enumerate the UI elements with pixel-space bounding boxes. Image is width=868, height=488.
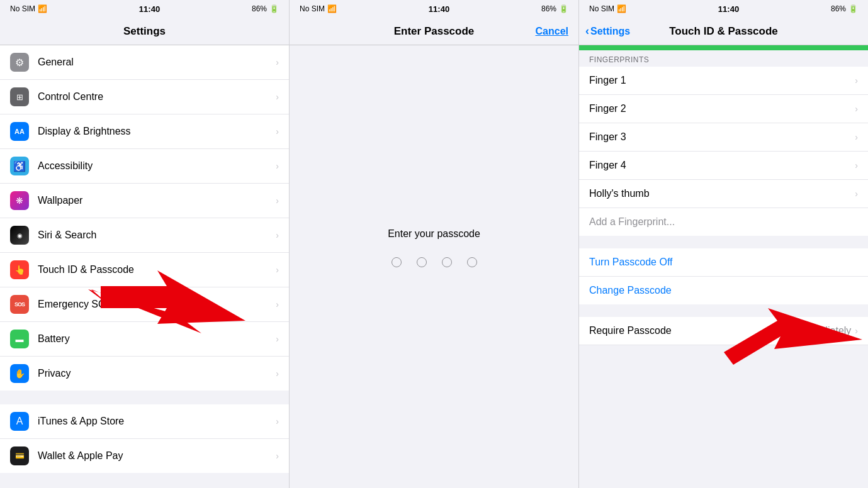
dot-3 xyxy=(442,257,452,267)
touchid-nav-bar: ‹ Settings Touch ID & Passcode xyxy=(579,18,868,45)
settings-main-section: ⚙ General › ⊞ Control Centre › AA Displa… xyxy=(0,45,289,391)
passcode-panel: No SIM 📶 11:40 86% 🔋 Enter Passcode Canc… xyxy=(290,0,579,488)
touch-id-icon: 👆 xyxy=(10,260,29,279)
wallet-label: Wallet & Apple Pay xyxy=(38,450,276,462)
add-fingerprint-label: Add a Fingerprint... xyxy=(589,216,858,228)
settings-title: Settings xyxy=(123,25,166,38)
control-centre-icon: ⊞ xyxy=(10,87,29,106)
row-change-passcode[interactable]: Change Passcode xyxy=(579,277,868,304)
display-label: Display & Brightness xyxy=(38,126,276,137)
time-3: 11:40 xyxy=(718,4,739,14)
accessibility-icon: ♿ xyxy=(10,157,29,175)
general-label: General xyxy=(38,57,276,68)
battery-chevron: › xyxy=(276,334,279,344)
battery-label: Battery xyxy=(38,333,276,345)
row-emergency-sos[interactable]: SOS Emergency SOS › xyxy=(0,287,289,322)
passcode-body: Enter your passcode xyxy=(290,45,578,488)
battery-icon-1: 🔋 xyxy=(269,4,279,13)
cancel-button[interactable]: Cancel xyxy=(536,26,568,37)
carrier-3: No SIM xyxy=(589,4,614,13)
row-privacy[interactable]: ✋ Privacy › xyxy=(0,357,289,391)
status-right-3: 86% 🔋 xyxy=(831,4,858,13)
fingerprints-group: Finger 1 › Finger 2 › Finger 3 › Finger … xyxy=(579,67,868,236)
wifi-icon-1: 📶 xyxy=(38,4,47,13)
require-passcode-chevron: › xyxy=(855,326,858,336)
dot-1 xyxy=(392,257,402,267)
carrier-2: No SIM xyxy=(300,4,325,13)
finger4-chevron: › xyxy=(855,160,858,170)
passcode-nav-bar: Enter Passcode Cancel xyxy=(290,18,578,45)
row-accessibility[interactable]: ♿ Accessibility › xyxy=(0,149,289,184)
fingerprints-header: FINGERPRINTS xyxy=(579,50,868,67)
status-bar-2: No SIM 📶 11:40 86% 🔋 xyxy=(290,0,578,18)
row-itunes[interactable]: A iTunes & App Store › xyxy=(0,404,289,439)
wifi-icon-2: 📶 xyxy=(327,4,337,13)
passcode-title: Enter Passcode xyxy=(394,25,475,38)
row-touch-id[interactable]: 👆 Touch ID & Passcode › xyxy=(0,253,289,287)
row-finger2[interactable]: Finger 2 › xyxy=(579,95,868,123)
hollys-thumb-label: Holly's thumb xyxy=(589,188,855,199)
turn-passcode-off-label: Turn Passcode Off xyxy=(589,257,858,268)
settings-nav-bar: Settings xyxy=(0,18,289,45)
carrier-1: No SIM xyxy=(10,4,35,13)
status-right-1: 86% 🔋 xyxy=(252,4,279,13)
row-finger1[interactable]: Finger 1 › xyxy=(579,67,868,95)
wallpaper-icon: ❋ xyxy=(10,191,29,210)
back-button[interactable]: ‹ Settings xyxy=(585,25,630,38)
battery-icon-2: 🔋 xyxy=(559,4,568,13)
row-wallpaper[interactable]: ❋ Wallpaper › xyxy=(0,184,289,218)
row-siri-search[interactable]: ◉ Siri & Search › xyxy=(0,218,289,253)
itunes-chevron: › xyxy=(276,416,279,426)
time-2: 11:40 xyxy=(429,4,449,14)
privacy-chevron: › xyxy=(276,369,279,379)
touch-id-label: Touch ID & Passcode xyxy=(38,264,276,275)
wallpaper-label: Wallpaper xyxy=(38,195,276,206)
wallet-icon: 💳 xyxy=(10,446,29,465)
row-add-fingerprint[interactable]: Add a Fingerprint... xyxy=(579,208,868,236)
status-left-2: No SIM 📶 xyxy=(300,4,337,13)
battery-icon-3: 🔋 xyxy=(848,4,858,13)
finger1-chevron: › xyxy=(855,75,858,86)
finger4-label: Finger 4 xyxy=(589,160,855,171)
touchid-panel: No SIM 📶 11:40 86% 🔋 ‹ Settings Touch ID… xyxy=(579,0,868,488)
row-display-brightness[interactable]: AA Display & Brightness › xyxy=(0,114,289,149)
siri-chevron: › xyxy=(276,230,279,240)
finger2-chevron: › xyxy=(855,104,858,114)
require-passcode-group: Require Passcode Immediately › xyxy=(579,317,868,345)
battery-pct-2: 86% xyxy=(541,4,556,13)
passcode-actions-group: Turn Passcode Off Change Passcode xyxy=(579,248,868,304)
row-finger4[interactable]: Finger 4 › xyxy=(579,152,868,180)
wifi-icon-3: 📶 xyxy=(617,4,626,13)
dot-2 xyxy=(417,257,427,267)
passcode-section-gap xyxy=(579,237,868,248)
wallet-chevron: › xyxy=(276,451,279,461)
control-centre-chevron: › xyxy=(276,92,279,102)
general-icon: ⚙ xyxy=(10,53,29,72)
sos-chevron: › xyxy=(276,299,279,309)
sos-label: Emergency SOS xyxy=(38,299,276,310)
row-hollys-thumb[interactable]: Holly's thumb › xyxy=(579,180,868,208)
battery-pct-1: 86% xyxy=(252,4,267,13)
status-bar-1: No SIM 📶 11:40 86% 🔋 xyxy=(0,0,289,18)
privacy-icon: ✋ xyxy=(10,364,29,383)
sos-icon: SOS xyxy=(10,295,29,314)
hollys-thumb-chevron: › xyxy=(855,189,858,199)
require-passcode-label: Require Passcode xyxy=(589,325,797,336)
require-passcode-value: Immediately xyxy=(797,325,851,336)
row-control-centre[interactable]: ⊞ Control Centre › xyxy=(0,80,289,114)
row-general[interactable]: ⚙ General › xyxy=(0,45,289,80)
accessibility-chevron: › xyxy=(276,161,279,171)
row-require-passcode[interactable]: Require Passcode Immediately › xyxy=(579,317,868,345)
status-left-1: No SIM 📶 xyxy=(10,4,47,13)
battery-pct-3: 86% xyxy=(831,4,846,13)
change-passcode-label: Change Passcode xyxy=(589,285,858,296)
status-right-2: 86% 🔋 xyxy=(541,4,568,13)
row-battery[interactable]: ▬ Battery › xyxy=(0,322,289,357)
dot-4 xyxy=(467,257,477,267)
row-wallet[interactable]: 💳 Wallet & Apple Pay › xyxy=(0,439,289,473)
row-finger3[interactable]: Finger 3 › xyxy=(579,123,868,152)
display-icon: AA xyxy=(10,122,29,141)
row-turn-passcode-off[interactable]: Turn Passcode Off xyxy=(579,248,868,277)
touchid-content: FINGERPRINTS Finger 1 › Finger 2 › Finge… xyxy=(579,45,868,488)
app-container: No SIM 📶 11:40 86% 🔋 Settings ⚙ General … xyxy=(0,0,868,488)
